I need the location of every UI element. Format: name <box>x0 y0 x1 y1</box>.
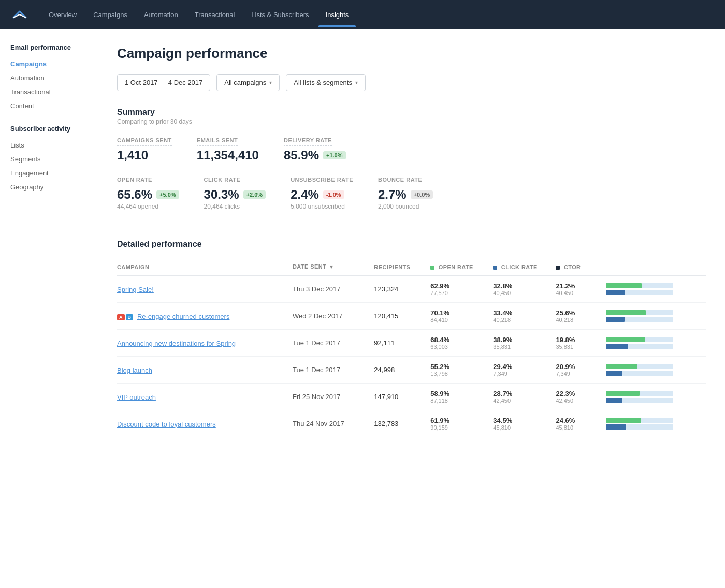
main-content: Campaign performance 1 Oct 2017 — 4 Dec … <box>98 29 725 588</box>
click-rate-value: 38.9% <box>493 336 550 344</box>
campaign-link[interactable]: VIP outreach <box>117 393 156 401</box>
click-rate-remainder-bar <box>622 371 673 376</box>
campaign-cell: AB Re-engage churned customers <box>117 303 293 330</box>
open-rate-value: 62.9% <box>430 282 488 290</box>
ctor-cell: 22.3% 42,450 <box>556 384 606 410</box>
campaign-filter-label: All campaigns <box>224 79 266 86</box>
date-cell: Thu 24 Nov 2017 <box>293 410 374 437</box>
ab-badge: AB <box>117 314 133 320</box>
nav-transactional[interactable]: Transactional <box>187 7 242 23</box>
open-count-value: 87,118 <box>430 398 488 404</box>
th-recipients: RECIPIENTS <box>374 259 430 276</box>
metrics-row-2: OPEN RATE 65.6% +5.0% 44,464 opened CLIC… <box>117 175 706 210</box>
nav-insights[interactable]: Insights <box>318 7 356 23</box>
open-rate-cell: 61.9% 90,159 <box>430 410 493 437</box>
open-rate-cell: 58.9% 87,118 <box>430 384 493 410</box>
logo[interactable] <box>10 7 29 22</box>
click-count-value: 40,218 <box>493 317 550 323</box>
th-open-rate: OPEN RATE <box>430 259 493 276</box>
ctor-value: 21.2% <box>556 282 601 290</box>
segment-filter-label: All lists & segments <box>294 79 352 86</box>
recipients-cell: 24,998 <box>374 357 430 384</box>
open-rate-bar <box>606 337 645 342</box>
sidebar-item-engagement[interactable]: Engagement <box>10 167 88 180</box>
open-rate-remainder-bar <box>641 418 673 423</box>
campaign-link[interactable]: Spring Sale! <box>117 286 154 293</box>
click-rate-bar <box>606 398 622 403</box>
table-row: Blog launch Tue 1 Dec 2017 24,998 55.2% … <box>117 357 706 384</box>
sidebar-item-campaigns[interactable]: Campaigns <box>10 57 88 70</box>
date-filter-button[interactable]: 1 Oct 2017 — 4 Dec 2017 <box>117 74 210 91</box>
sidebar-item-geography[interactable]: Geography <box>10 181 88 194</box>
metric-delivery-rate-value: 85.9% +1.0% <box>284 148 346 163</box>
detailed-title: Detailed performance <box>117 240 706 249</box>
th-campaign: CAMPAIGN <box>117 259 293 276</box>
sidebar-item-automation[interactable]: Automation <box>10 71 88 84</box>
open-count-value: 84,410 <box>430 317 488 323</box>
nav-automation[interactable]: Automation <box>137 7 185 23</box>
ab-b-label: B <box>126 314 134 320</box>
table-row: AB Re-engage churned customers Wed 2 Dec… <box>117 303 706 330</box>
open-rate-cell: 70.1% 84,410 <box>430 303 493 330</box>
metric-open-rate-label: OPEN RATE <box>117 177 152 185</box>
campaign-link[interactable]: Discount code to loyal customers <box>117 420 216 428</box>
performance-table: CAMPAIGN DATE SENT ▾ RECIPIENTS OPEN RAT… <box>117 259 706 437</box>
click-rate-dot-icon <box>493 266 497 270</box>
nav-lists-subscribers[interactable]: Lists & Subscribers <box>244 7 316 23</box>
metric-open-rate: OPEN RATE 65.6% +5.0% 44,464 opened <box>117 175 179 210</box>
bar-row-green <box>606 310 701 315</box>
open-rate-bar <box>606 283 642 288</box>
recipients-cell: 120,415 <box>374 303 430 330</box>
ctor-value: 19.8% <box>556 336 601 344</box>
table-row: Announcing new destinations for Spring T… <box>117 330 706 357</box>
nav-items: Overview Campaigns Automation Transactio… <box>41 7 356 23</box>
sidebar-item-transactional[interactable]: Transactional <box>10 85 88 98</box>
segment-filter-button[interactable]: All lists & segments ▾ <box>286 74 366 91</box>
chevron-down-icon: ▾ <box>269 80 272 85</box>
ctor-count-value: 42,450 <box>556 398 601 404</box>
open-rate-bar <box>606 364 637 369</box>
metric-bounce-rate-label: BOUNCE RATE <box>378 177 422 185</box>
sidebar-email-perf-group: Email performance Campaigns Automation T… <box>10 43 88 112</box>
th-date-sent[interactable]: DATE SENT ▾ <box>293 259 374 276</box>
metric-click-rate-value: 30.3% +2.0% <box>204 187 266 202</box>
click-rate-bar <box>606 371 622 376</box>
ab-a-label: A <box>117 314 125 320</box>
nav-campaigns[interactable]: Campaigns <box>86 7 135 23</box>
bar-row-blue <box>606 424 701 430</box>
metrics-row-1: CAMPAIGNS SENT 1,410 EMAILS SENT 11,354,… <box>117 136 706 163</box>
campaign-link[interactable]: Blog launch <box>117 366 152 374</box>
open-rate-value: 58.9% <box>430 390 488 398</box>
metric-unsubscribe-rate: UNSUBSCRIBE RATE 2.4% -1.0% 5,000 unsubs… <box>291 175 353 210</box>
click-count-value: 42,450 <box>493 398 550 404</box>
sidebar-item-content[interactable]: Content <box>10 99 88 112</box>
sidebar-item-segments[interactable]: Segments <box>10 153 88 166</box>
click-count-value: 7,349 <box>493 371 550 377</box>
unsubscribe-rate-badge: -1.0% <box>323 190 344 199</box>
campaign-link[interactable]: Announcing new destinations for Spring <box>117 340 236 347</box>
click-rate-cell: 38.9% 35,831 <box>493 330 556 357</box>
bar-row-blue <box>606 290 701 295</box>
click-count-value: 40,450 <box>493 290 550 296</box>
campaign-filter-button[interactable]: All campaigns ▾ <box>216 74 280 91</box>
summary-subtitle: Comparing to prior 30 days <box>117 118 706 125</box>
th-bar <box>606 259 706 276</box>
campaign-link[interactable]: Re-engage churned customers <box>137 313 230 320</box>
open-count-value: 13,798 <box>430 371 488 377</box>
sidebar-email-perf-title: Email performance <box>10 43 88 51</box>
open-rate-cell: 62.9% 77,570 <box>430 276 493 303</box>
click-rate-cell: 34.5% 45,810 <box>493 410 556 437</box>
bar-chart-cell <box>606 303 706 330</box>
bar-chart <box>606 310 701 322</box>
ctor-value: 20.9% <box>556 363 601 371</box>
nav-overview[interactable]: Overview <box>41 7 84 23</box>
filters-row: 1 Oct 2017 — 4 Dec 2017 All campaigns ▾ … <box>117 74 706 91</box>
sidebar-item-lists[interactable]: Lists <box>10 139 88 152</box>
open-rate-remainder-bar <box>637 364 673 369</box>
chevron-down-icon: ▾ <box>355 80 358 85</box>
open-count-value: 63,003 <box>430 344 488 350</box>
click-rate-value: 28.7% <box>493 390 550 398</box>
metric-unsubscribe-rate-label: UNSUBSCRIBE RATE <box>291 177 353 185</box>
sidebar-subscriber-group: Subscriber activity Lists Segments Engag… <box>10 125 88 194</box>
metric-click-rate-label: CLICK RATE <box>204 177 241 185</box>
